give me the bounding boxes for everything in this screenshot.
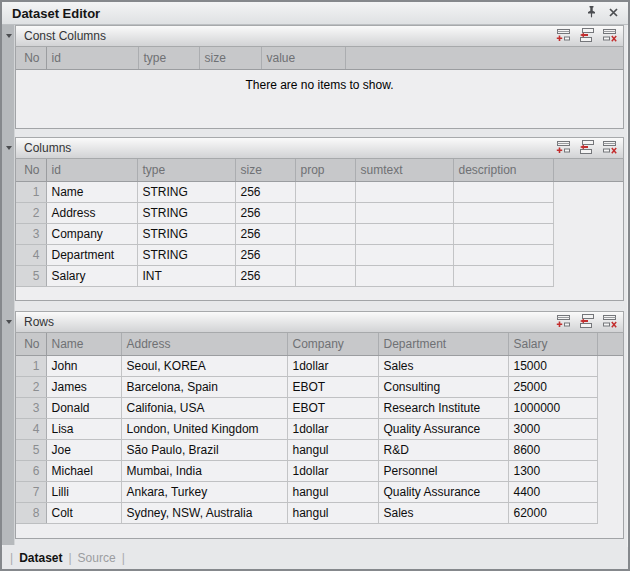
data-cell[interactable]: Joe [46, 439, 121, 460]
data-cell[interactable] [295, 265, 355, 286]
row-number-cell[interactable]: 7 [16, 481, 46, 502]
data-cell[interactable]: R&D [378, 439, 508, 460]
data-cell[interactable]: hangul [287, 502, 378, 523]
row-number-cell[interactable]: 1 [16, 355, 46, 376]
row-number-cell[interactable]: 5 [16, 439, 46, 460]
tab-source[interactable]: Source [78, 551, 116, 565]
data-cell[interactable]: Lilli [46, 481, 121, 502]
data-cell[interactable] [355, 244, 453, 265]
data-cell[interactable]: 8600 [508, 439, 597, 460]
tab-dataset[interactable]: Dataset [19, 551, 62, 565]
row-number-cell[interactable]: 5 [16, 265, 46, 286]
data-cell[interactable] [453, 181, 553, 202]
data-cell[interactable]: hangul [287, 439, 378, 460]
data-cell[interactable]: Sydney, NSW, Australia [121, 502, 287, 523]
data-cell[interactable]: 1dollar [287, 418, 378, 439]
data-cell[interactable]: Lisa [46, 418, 121, 439]
data-cell[interactable]: STRING [137, 223, 235, 244]
data-cell[interactable] [453, 265, 553, 286]
data-cell[interactable]: James [46, 376, 121, 397]
data-cell[interactable] [453, 202, 553, 223]
row-number-cell[interactable]: 8 [16, 502, 46, 523]
data-cell[interactable]: Michael [46, 460, 121, 481]
data-cell[interactable]: Sales [378, 502, 508, 523]
data-cell[interactable]: STRING [137, 244, 235, 265]
data-cell[interactable]: EBOT [287, 397, 378, 418]
data-cell[interactable] [295, 244, 355, 265]
data-cell[interactable] [355, 202, 453, 223]
data-cell[interactable]: São Paulo, Brazil [121, 439, 287, 460]
data-cell[interactable]: Colt [46, 502, 121, 523]
data-cell[interactable]: 1dollar [287, 355, 378, 376]
data-cell[interactable]: Ankara, Turkey [121, 481, 287, 502]
delete-row-button[interactable] [601, 315, 619, 330]
data-cell[interactable] [295, 181, 355, 202]
data-cell[interactable]: 256 [235, 244, 295, 265]
data-cell[interactable] [355, 181, 453, 202]
add-row-button[interactable] [555, 29, 573, 44]
data-cell[interactable] [295, 223, 355, 244]
data-cell[interactable]: Name [46, 181, 137, 202]
data-cell[interactable] [453, 223, 553, 244]
row-number-cell[interactable]: 2 [16, 202, 46, 223]
row-number-cell[interactable]: 1 [16, 181, 46, 202]
data-cell[interactable]: Salary [46, 265, 137, 286]
data-cell[interactable]: 62000 [508, 502, 597, 523]
data-cell[interactable] [453, 244, 553, 265]
data-cell[interactable]: 1300 [508, 460, 597, 481]
data-cell[interactable]: 25000 [508, 376, 597, 397]
row-number-cell[interactable]: 3 [16, 397, 46, 418]
data-cell[interactable]: 3000 [508, 418, 597, 439]
data-cell[interactable]: 256 [235, 202, 295, 223]
data-cell[interactable]: Company [46, 223, 137, 244]
row-number-cell[interactable]: 2 [16, 376, 46, 397]
data-cell[interactable]: Mumbai, India [121, 460, 287, 481]
data-cell[interactable]: London, United Kingdom [121, 418, 287, 439]
row-number-cell[interactable]: 4 [16, 418, 46, 439]
data-cell[interactable]: STRING [137, 202, 235, 223]
collapse-rows-button[interactable] [4, 316, 13, 325]
data-cell[interactable] [355, 265, 453, 286]
data-cell[interactable]: Califonia, USA [121, 397, 287, 418]
insert-row-button[interactable] [578, 315, 596, 330]
add-row-button[interactable] [555, 141, 573, 156]
data-cell[interactable]: 1000000 [508, 397, 597, 418]
row-number-cell[interactable]: 4 [16, 244, 46, 265]
data-cell[interactable] [355, 223, 453, 244]
data-cell[interactable] [295, 202, 355, 223]
data-cell[interactable]: John [46, 355, 121, 376]
insert-row-button[interactable] [578, 141, 596, 156]
data-cell[interactable]: 256 [235, 223, 295, 244]
data-cell[interactable]: STRING [137, 181, 235, 202]
data-cell[interactable]: Barcelona, Spain [121, 376, 287, 397]
data-cell[interactable]: Quality Assurance [378, 481, 508, 502]
data-cell[interactable]: Seoul, KOREA [121, 355, 287, 376]
data-cell[interactable]: Personnel [378, 460, 508, 481]
data-cell[interactable]: 15000 [508, 355, 597, 376]
data-cell[interactable]: EBOT [287, 376, 378, 397]
section-title: Const Columns [24, 29, 555, 43]
collapse-columns-button[interactable] [4, 142, 13, 151]
data-cell[interactable]: Quality Assurance [378, 418, 508, 439]
data-cell[interactable]: 256 [235, 181, 295, 202]
data-cell[interactable]: hangul [287, 481, 378, 502]
row-number-cell[interactable]: 6 [16, 460, 46, 481]
add-row-button[interactable] [555, 315, 573, 330]
data-cell[interactable]: INT [137, 265, 235, 286]
insert-row-button[interactable] [578, 29, 596, 44]
data-cell[interactable]: Research Institute [378, 397, 508, 418]
data-cell[interactable]: Department [46, 244, 137, 265]
pin-button[interactable] [582, 5, 600, 21]
data-cell[interactable]: Consulting [378, 376, 508, 397]
delete-row-button[interactable] [601, 29, 619, 44]
collapse-const-columns-button[interactable] [4, 30, 13, 39]
data-cell[interactable]: Address [46, 202, 137, 223]
data-cell[interactable]: 1dollar [287, 460, 378, 481]
data-cell[interactable]: 4400 [508, 481, 597, 502]
delete-row-button[interactable] [601, 141, 619, 156]
row-number-cell[interactable]: 3 [16, 223, 46, 244]
data-cell[interactable]: 256 [235, 265, 295, 286]
close-button[interactable] [604, 5, 622, 21]
data-cell[interactable]: Sales [378, 355, 508, 376]
data-cell[interactable]: Donald [46, 397, 121, 418]
